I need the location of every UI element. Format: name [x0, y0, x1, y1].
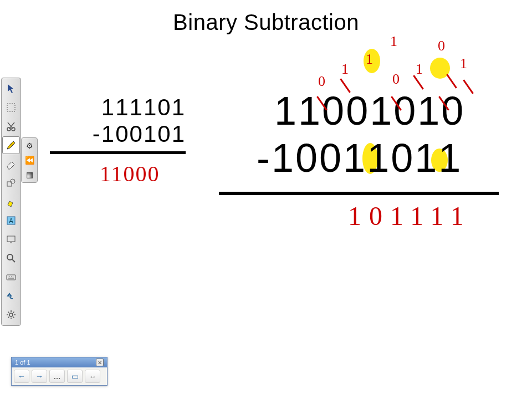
borrow-digit: 0 [438, 38, 445, 54]
p1-result: 11000 [100, 161, 160, 187]
strike-mark [436, 94, 452, 111]
page-title: Binary Subtraction [173, 10, 359, 35]
p2-result: 101111 [348, 201, 472, 231]
problem-1: 111101 -100101 [50, 94, 186, 154]
whiteboard-canvas[interactable]: Binary Subtraction 111101 -100101 11000 … [0, 0, 532, 399]
borrow-digit: 1 [341, 61, 349, 78]
borrow-digit: 1 [460, 55, 467, 72]
borrow-digit: 1 [390, 33, 397, 50]
p1-subtrahend: -100101 [50, 121, 186, 147]
p1-bar [50, 151, 186, 154]
strike-mark [314, 94, 330, 111]
strike-mark [388, 94, 405, 111]
p2-bar [219, 192, 499, 195]
borrow-digit: 0 [392, 71, 400, 88]
strike-mark [337, 76, 354, 93]
strike-mark [410, 73, 427, 90]
p2-subtrahend: -10011011 [257, 135, 465, 182]
borrow-digit: 0 [318, 73, 325, 90]
strike-mark [460, 78, 477, 94]
p1-minuend: 111101 [50, 94, 186, 121]
borrow-digit: 1 [366, 51, 373, 68]
strike-mark [443, 72, 460, 89]
